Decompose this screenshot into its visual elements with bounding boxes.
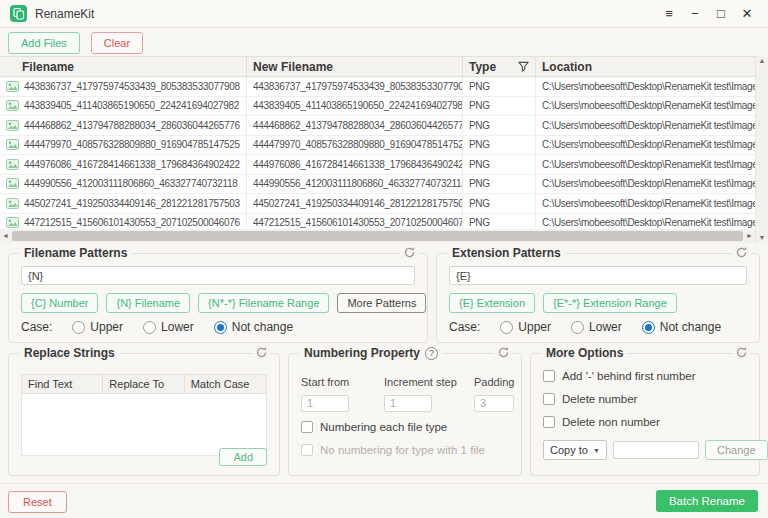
radio-selected-icon[interactable]	[642, 321, 655, 334]
checkbox-icon[interactable]	[543, 393, 555, 405]
radio-icon[interactable]	[500, 321, 513, 334]
add-files-button[interactable]: Add Files	[8, 32, 80, 54]
add-dash-checkbox[interactable]: Add '-' behind first number	[543, 370, 696, 382]
padding-input[interactable]	[474, 395, 514, 412]
filename-pattern-input[interactable]	[21, 266, 415, 285]
filename-patterns-panel: Filename Patterns {C} Number {N} Filenam…	[8, 253, 428, 343]
radio-upper[interactable]: Upper	[500, 320, 551, 334]
radio-not-change[interactable]: Not change	[642, 320, 721, 334]
refresh-icon[interactable]	[494, 346, 513, 359]
help-icon[interactable]: ?	[425, 347, 438, 360]
type-cell: PNG	[463, 175, 536, 194]
filename-pattern-button[interactable]: {N} Filename	[106, 293, 190, 313]
title-bar: RenameKit ≡ − □ ✕	[0, 0, 768, 28]
filename-cell: 443836737_417975974533439_80538353307790…	[24, 81, 240, 92]
toolbar: Add Files Clear	[0, 29, 768, 56]
image-file-icon	[6, 217, 19, 228]
filename-cell: 444479970_408576328809880_91690478514752…	[24, 139, 240, 150]
filename-cell: 443839405_411403865190650_22424169402798…	[24, 100, 239, 111]
checkbox-icon[interactable]	[543, 416, 555, 428]
increment-step-label: Increment step	[384, 376, 457, 388]
chevron-down-icon: ▼	[593, 447, 600, 454]
start-from-label: Start from	[301, 376, 349, 388]
refresh-icon[interactable]	[252, 346, 271, 359]
column-header-new-filename[interactable]: New Filename	[247, 57, 463, 76]
more-patterns-button[interactable]: More Patterns	[337, 293, 426, 313]
copy-to-select[interactable]: Copy to ▼	[543, 440, 607, 460]
file-table: Filename New Filename Type Location 4438…	[0, 56, 755, 229]
column-header-filename[interactable]: Filename	[0, 57, 247, 76]
scroll-down-icon[interactable]: ▼	[757, 233, 768, 243]
refresh-icon[interactable]	[400, 246, 419, 259]
extension-pattern-input[interactable]	[449, 266, 747, 285]
clear-button[interactable]: Clear	[91, 32, 143, 54]
new-filename-cell: 443839405_411403865190650_22424169402798…	[247, 97, 463, 116]
table-row[interactable]: 447212515_415606101430553_20710250004607…	[0, 214, 755, 230]
table-row[interactable]: 444468862_413794788288034_28603604426577…	[0, 116, 755, 136]
table-row[interactable]: 444479970_408576328809880_91690478514752…	[0, 136, 755, 156]
horizontal-scrollbar[interactable]: ◄ ►	[0, 229, 755, 243]
refresh-icon[interactable]	[732, 246, 751, 259]
case-label: Case:	[449, 320, 480, 334]
table-row[interactable]: 443839405_411403865190650_22424169402798…	[0, 97, 755, 117]
extension-patterns-title: Extension Patterns	[447, 246, 566, 260]
table-row[interactable]: 445027241_419250334409146_28122128175750…	[0, 194, 755, 214]
delete-number-checkbox[interactable]: Delete number	[543, 393, 637, 405]
app-title: RenameKit	[35, 7, 94, 21]
column-header-type[interactable]: Type	[463, 57, 536, 76]
refresh-icon[interactable]	[732, 346, 751, 359]
radio-icon[interactable]	[143, 321, 156, 334]
match-case-header: Match Case	[185, 375, 266, 393]
batch-rename-button[interactable]: Batch Rename	[656, 490, 758, 512]
radio-icon[interactable]	[571, 321, 584, 334]
maximize-icon[interactable]: □	[710, 3, 732, 25]
scrollbar-thumb[interactable]	[12, 231, 743, 241]
checkbox-icon	[301, 444, 313, 456]
extension-pattern-button[interactable]: {E} Extension	[449, 293, 535, 313]
radio-lower[interactable]: Lower	[571, 320, 622, 334]
start-from-input[interactable]	[301, 395, 349, 412]
number-pattern-button[interactable]: {C} Number	[21, 293, 98, 313]
radio-icon[interactable]	[72, 321, 85, 334]
filter-icon[interactable]	[518, 61, 529, 72]
radio-not-change[interactable]: Not change	[214, 320, 293, 334]
find-text-header: Find Text	[22, 375, 103, 393]
increment-step-input[interactable]	[384, 395, 432, 412]
table-row[interactable]: 443836737_417975974533439_80538353307790…	[0, 77, 755, 97]
change-button[interactable]: Change	[705, 440, 768, 460]
table-row[interactable]: 444990556_412003111806860_46332774073211…	[0, 175, 755, 195]
padding-label: Padding	[474, 376, 514, 388]
replace-strings-panel: Replace Strings Find Text Replace To Mat…	[8, 353, 280, 476]
table-header: Filename New Filename Type Location	[0, 56, 755, 77]
column-header-location[interactable]: Location	[536, 57, 755, 76]
radio-lower[interactable]: Lower	[143, 320, 194, 334]
location-cell: C:\Users\mobeesoft\Desktop\RenameKit tes…	[536, 214, 755, 230]
copy-to-path-input[interactable]	[613, 441, 699, 459]
replace-strings-table: Find Text Replace To Match Case	[21, 374, 267, 456]
scroll-left-icon[interactable]: ◄	[0, 231, 11, 241]
checkbox-icon[interactable]	[543, 370, 555, 382]
replace-strings-list[interactable]	[21, 394, 267, 456]
vertical-scrollbar[interactable]: ▲ ▼	[755, 56, 768, 243]
numbering-property-panel: Numbering Property ? Start from Incremen…	[288, 353, 522, 476]
extension-range-pattern-button[interactable]: {E*-*} Extension Range	[543, 293, 677, 313]
scroll-right-icon[interactable]: ►	[744, 231, 755, 241]
menu-icon[interactable]: ≡	[658, 3, 680, 25]
close-icon[interactable]: ✕	[736, 3, 758, 25]
replace-to-header: Replace To	[103, 375, 184, 393]
filename-range-pattern-button[interactable]: {N*-*} Filename Range	[198, 293, 329, 313]
radio-upper[interactable]: Upper	[72, 320, 123, 334]
new-filename-cell: 444990556_412003111806860_46332774073211…	[247, 175, 463, 194]
checkbox-icon[interactable]	[301, 421, 313, 433]
scroll-up-icon[interactable]: ▲	[757, 56, 768, 66]
table-row[interactable]: 444976086_416728414661338_17968436490242…	[0, 155, 755, 175]
minimize-icon[interactable]: −	[684, 3, 706, 25]
table-body: 443836737_417975974533439_80538353307790…	[0, 77, 755, 229]
new-filename-cell: 447212515_415606101430553_20710250004607…	[247, 214, 463, 230]
numbering-each-type-checkbox[interactable]: Numbering each file type	[301, 421, 447, 433]
add-replace-button[interactable]: Add	[219, 448, 267, 466]
radio-selected-icon[interactable]	[214, 321, 227, 334]
reset-button[interactable]: Reset	[8, 491, 67, 513]
new-filename-cell: 443836737_417975974533439_80538353307790…	[247, 77, 463, 96]
delete-non-number-checkbox[interactable]: Delete non number	[543, 416, 660, 428]
